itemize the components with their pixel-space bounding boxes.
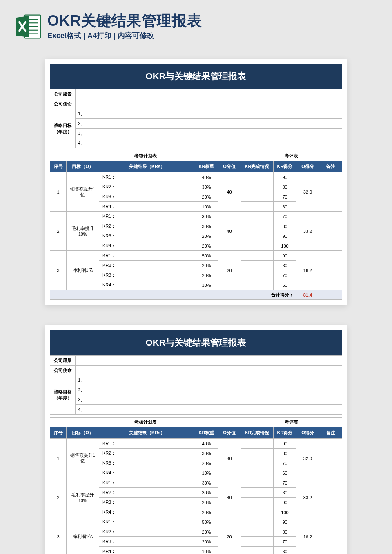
cell-weight[interactable]: 40% <box>195 172 218 182</box>
goal-row[interactable]: 3、 <box>76 395 342 405</box>
cell-note[interactable] <box>319 517 342 554</box>
goal-row[interactable]: 4、 <box>76 138 342 148</box>
cell-krscore[interactable]: 80 <box>274 527 296 537</box>
cell-weight[interactable]: 20% <box>195 192 218 202</box>
cell-weight[interactable]: 30% <box>195 182 218 192</box>
cell-done[interactable] <box>241 439 274 449</box>
cell-krscore[interactable]: 90 <box>274 231 296 241</box>
cell-done[interactable] <box>241 537 274 547</box>
cell-kr[interactable]: KR2： <box>99 527 195 537</box>
cell-kr[interactable]: KR3： <box>99 270 195 280</box>
cell-done[interactable] <box>241 547 274 554</box>
cell-done[interactable] <box>241 468 274 478</box>
goal-row[interactable]: 2、 <box>76 385 342 395</box>
cell-kr[interactable]: KR4： <box>99 547 195 554</box>
cell-weight[interactable]: 20% <box>195 241 218 251</box>
cell-done[interactable] <box>241 192 274 202</box>
cell-weight[interactable]: 30% <box>195 488 218 498</box>
cell-note[interactable] <box>319 212 342 251</box>
cell-kr[interactable]: KR2： <box>99 449 195 458</box>
cell-krscore[interactable]: 70 <box>274 537 296 547</box>
cell-krscore[interactable]: 80 <box>274 261 296 270</box>
cell-krscore[interactable]: 60 <box>274 202 296 212</box>
cell-done[interactable] <box>241 488 274 498</box>
cell-kr[interactable]: KR1： <box>99 478 195 488</box>
cell-krscore[interactable]: 60 <box>274 468 296 478</box>
cell-done[interactable] <box>241 478 274 488</box>
cell-krscore[interactable]: 70 <box>274 478 296 488</box>
cell-weight[interactable]: 20% <box>195 261 218 270</box>
mission-value[interactable] <box>76 99 342 109</box>
cell-note[interactable] <box>319 439 342 478</box>
goal-row[interactable]: 1、 <box>76 109 342 119</box>
cell-weight[interactable]: 20% <box>195 498 218 507</box>
cell-weight[interactable]: 20% <box>195 527 218 537</box>
cell-weight[interactable]: 40% <box>195 439 218 449</box>
cell-krscore[interactable]: 90 <box>274 439 296 449</box>
cell-weight[interactable]: 30% <box>195 212 218 221</box>
cell-kr[interactable]: KR4： <box>99 507 195 517</box>
cell-weight[interactable]: 30% <box>195 449 218 458</box>
cell-done[interactable] <box>241 231 274 241</box>
cell-kr[interactable]: KR2： <box>99 182 195 192</box>
cell-kr[interactable]: KR3： <box>99 458 195 468</box>
cell-done[interactable] <box>241 458 274 468</box>
cell-krscore[interactable]: 80 <box>274 182 296 192</box>
cell-weight[interactable]: 10% <box>195 547 218 554</box>
cell-done[interactable] <box>241 212 274 221</box>
cell-done[interactable] <box>241 261 274 270</box>
cell-weight[interactable]: 20% <box>195 231 218 241</box>
cell-done[interactable] <box>241 449 274 458</box>
cell-kr[interactable]: KR2： <box>99 261 195 270</box>
cell-note[interactable] <box>319 251 342 290</box>
cell-krscore[interactable]: 70 <box>274 192 296 202</box>
cell-done[interactable] <box>241 221 274 231</box>
cell-kr[interactable]: KR3： <box>99 231 195 241</box>
cell-done[interactable] <box>241 241 274 251</box>
cell-krscore[interactable]: 70 <box>274 458 296 468</box>
cell-done[interactable] <box>241 270 274 280</box>
goal-row[interactable]: 2、 <box>76 119 342 129</box>
cell-kr[interactable]: KR1： <box>99 212 195 221</box>
goal-row[interactable]: 1、 <box>76 375 342 385</box>
cell-kr[interactable]: KR3： <box>99 537 195 547</box>
cell-krscore[interactable]: 90 <box>274 517 296 527</box>
cell-weight[interactable]: 30% <box>195 221 218 231</box>
cell-kr[interactable]: KR4： <box>99 280 195 290</box>
goal-row[interactable]: 3、 <box>76 129 342 138</box>
cell-kr[interactable]: KR3： <box>99 192 195 202</box>
cell-krscore[interactable]: 90 <box>274 172 296 182</box>
cell-kr[interactable]: KR2： <box>99 221 195 231</box>
cell-krscore[interactable]: 70 <box>274 212 296 221</box>
cell-krscore[interactable]: 90 <box>274 498 296 507</box>
cell-krscore[interactable]: 80 <box>274 449 296 458</box>
cell-krscore[interactable]: 60 <box>274 547 296 554</box>
cell-weight[interactable]: 20% <box>195 507 218 517</box>
cell-done[interactable] <box>241 507 274 517</box>
cell-kr[interactable]: KR1： <box>99 172 195 182</box>
cell-done[interactable] <box>241 251 274 261</box>
cell-done[interactable] <box>241 202 274 212</box>
mission-value[interactable] <box>76 366 342 375</box>
cell-krscore[interactable]: 60 <box>274 280 296 290</box>
cell-kr[interactable]: KR4： <box>99 241 195 251</box>
cell-weight[interactable]: 20% <box>195 458 218 468</box>
cell-weight[interactable]: 10% <box>195 280 218 290</box>
cell-done[interactable] <box>241 527 274 537</box>
cell-krscore[interactable]: 70 <box>274 270 296 280</box>
cell-kr[interactable]: KR4： <box>99 468 195 478</box>
cell-kr[interactable]: KR1： <box>99 517 195 527</box>
cell-krscore[interactable]: 100 <box>274 507 296 517</box>
cell-kr[interactable]: KR1： <box>99 439 195 449</box>
cell-weight[interactable]: 30% <box>195 478 218 488</box>
cell-krscore[interactable]: 80 <box>274 221 296 231</box>
cell-weight[interactable]: 10% <box>195 202 218 212</box>
cell-weight[interactable]: 50% <box>195 517 218 527</box>
vision-value[interactable] <box>76 89 342 99</box>
cell-weight[interactable]: 20% <box>195 270 218 280</box>
cell-done[interactable] <box>241 280 274 290</box>
cell-weight[interactable]: 20% <box>195 537 218 547</box>
cell-weight[interactable]: 10% <box>195 468 218 478</box>
cell-weight[interactable]: 50% <box>195 251 218 261</box>
cell-note[interactable] <box>319 172 342 212</box>
